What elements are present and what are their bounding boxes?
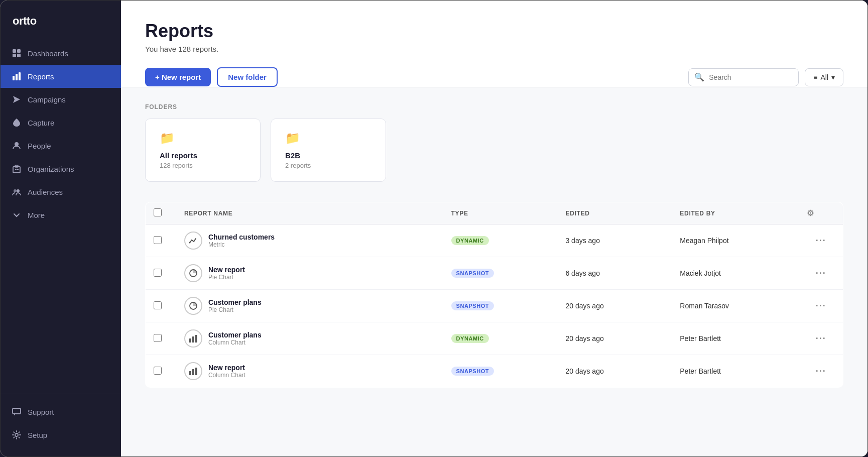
report-name: New report xyxy=(208,364,245,372)
report-subtype: Pie Chart xyxy=(208,306,262,313)
row-type-cell: DYNAMIC xyxy=(443,322,558,355)
sidebar-item-label: Reports xyxy=(28,72,54,81)
sidebar-item-organizations[interactable]: Organizations xyxy=(1,157,121,180)
filter-button[interactable]: ≡ All ▾ xyxy=(805,68,843,86)
row-select-checkbox[interactable] xyxy=(154,236,162,244)
folder-icon: 📁 xyxy=(160,131,246,145)
sidebar-item-label: Organizations xyxy=(28,165,74,173)
svg-rect-6 xyxy=(19,72,21,80)
row-editedby-cell: Peter Bartlett xyxy=(672,355,799,388)
sidebar: ortto Dashboards xyxy=(1,1,121,456)
folder-card-b2b[interactable]: 📁 B2B 2 reports xyxy=(271,119,386,182)
row-actions-cell: ··· xyxy=(799,290,843,322)
main-content: Reports You have 128 reports. + New repo… xyxy=(121,1,867,456)
new-report-button[interactable]: + New report xyxy=(145,68,211,86)
reports-table: REPORT NAME TYPE EDITED EDITED BY ⚙ xyxy=(145,202,843,388)
new-folder-button[interactable]: New folder xyxy=(217,67,278,87)
svg-rect-22 xyxy=(195,335,197,342)
row-edited-cell: 20 days ago xyxy=(557,322,672,355)
type-badge: SNAPSHOT xyxy=(451,367,494,376)
page-subtitle: You have 128 reports. xyxy=(145,45,843,53)
sidebar-item-setup[interactable]: Setup xyxy=(1,423,121,446)
sidebar-item-people[interactable]: People xyxy=(1,134,121,157)
page-body: FOLDERS 📁 All reports 128 reports 📁 B2B … xyxy=(121,87,867,404)
sidebar-item-campaigns[interactable]: Campaigns xyxy=(1,88,121,111)
sidebar-item-support[interactable]: Support xyxy=(1,400,121,423)
sidebar-item-more[interactable]: More xyxy=(1,203,121,226)
row-select-checkbox[interactable] xyxy=(154,367,162,375)
table-row: Customer plans Pie Chart SNAPSHOT 20 day… xyxy=(146,290,843,322)
svg-rect-25 xyxy=(195,368,197,375)
gear-icon[interactable]: ⚙ xyxy=(807,209,814,217)
table-header-row: REPORT NAME TYPE EDITED EDITED BY ⚙ xyxy=(146,202,843,224)
row-editedby-cell: Maciek Jotjot xyxy=(672,257,799,290)
row-edited-cell: 3 days ago xyxy=(557,224,672,257)
row-name-cell: Customer plans Column Chart xyxy=(176,322,443,355)
sidebar-item-label: People xyxy=(28,142,51,150)
report-subtype: Pie Chart xyxy=(208,274,245,281)
svg-rect-1 xyxy=(17,49,21,53)
type-badge: DYNAMIC xyxy=(451,334,489,343)
row-edited-cell: 20 days ago xyxy=(557,355,672,388)
row-name-cell: Churned customers Metric xyxy=(176,224,443,257)
select-all-checkbox[interactable] xyxy=(154,208,162,216)
row-editedby-cell: Meagan Philpot xyxy=(672,224,799,257)
message-icon xyxy=(12,407,22,417)
sidebar-item-reports[interactable]: Reports xyxy=(1,65,121,88)
row-type-cell: SNAPSHOT xyxy=(443,355,558,388)
table-row: New report Column Chart SNAPSHOT 20 days… xyxy=(146,355,843,388)
row-edited-cell: 20 days ago xyxy=(557,290,672,322)
audiences-icon xyxy=(12,187,22,197)
type-badge: SNAPSHOT xyxy=(451,269,494,278)
sidebar-item-label: Dashboards xyxy=(28,49,68,58)
sidebar-item-capture[interactable]: Capture xyxy=(1,111,121,134)
sidebar-item-audiences[interactable]: Audiences xyxy=(1,180,121,203)
svg-rect-11 xyxy=(17,169,19,170)
row-editedby-cell: Peter Bartlett xyxy=(672,322,799,355)
row-more-button[interactable]: ··· xyxy=(812,266,830,281)
svg-rect-20 xyxy=(189,338,191,342)
svg-rect-15 xyxy=(13,408,21,414)
folder-name: B2B xyxy=(285,151,371,160)
row-more-button[interactable]: ··· xyxy=(812,299,830,313)
page-title: Reports xyxy=(145,21,843,42)
row-checkbox-cell xyxy=(146,322,176,355)
row-select-checkbox[interactable] xyxy=(154,334,162,342)
sidebar-item-label: Setup xyxy=(28,431,47,439)
row-editedby-cell: Roman Tarasov xyxy=(672,290,799,322)
folder-icon: 📁 xyxy=(285,131,371,145)
row-select-checkbox[interactable] xyxy=(154,301,162,309)
filter-label: All xyxy=(820,73,828,81)
row-more-button[interactable]: ··· xyxy=(812,234,830,248)
report-name: Customer plans xyxy=(208,331,262,339)
row-checkbox-cell xyxy=(146,290,176,322)
search-input[interactable] xyxy=(688,68,799,86)
svg-rect-10 xyxy=(15,169,17,170)
svg-rect-3 xyxy=(17,54,21,57)
type-badge: SNAPSHOT xyxy=(451,301,494,310)
row-more-button[interactable]: ··· xyxy=(812,331,830,346)
col-header-actions: ⚙ xyxy=(799,202,843,224)
report-type-icon xyxy=(184,362,202,380)
sidebar-item-dashboards[interactable]: Dashboards xyxy=(1,42,121,65)
row-actions-cell: ··· xyxy=(799,355,843,388)
row-select-checkbox[interactable] xyxy=(154,269,162,277)
report-type-icon xyxy=(184,329,202,348)
app-logo: ortto xyxy=(1,1,121,40)
report-type-icon xyxy=(184,264,202,282)
svg-rect-0 xyxy=(13,49,16,53)
folder-card-all-reports[interactable]: 📁 All reports 128 reports xyxy=(145,119,261,182)
folder-count: 128 reports xyxy=(160,162,246,169)
page-header: Reports You have 128 reports. + New repo… xyxy=(121,1,867,87)
svg-rect-21 xyxy=(192,336,194,342)
chevron-down-icon xyxy=(12,210,22,220)
svg-point-17 xyxy=(189,242,190,244)
sidebar-item-label: Support xyxy=(28,408,54,416)
bar-chart-icon xyxy=(12,71,22,81)
svg-rect-12 xyxy=(15,165,18,167)
row-name-cell: New report Pie Chart xyxy=(176,257,443,290)
folders-row: 📁 All reports 128 reports 📁 B2B 2 report… xyxy=(145,119,843,182)
svg-point-14 xyxy=(17,189,20,192)
row-more-button[interactable]: ··· xyxy=(812,364,830,379)
row-name-cell: New report Column Chart xyxy=(176,355,443,388)
